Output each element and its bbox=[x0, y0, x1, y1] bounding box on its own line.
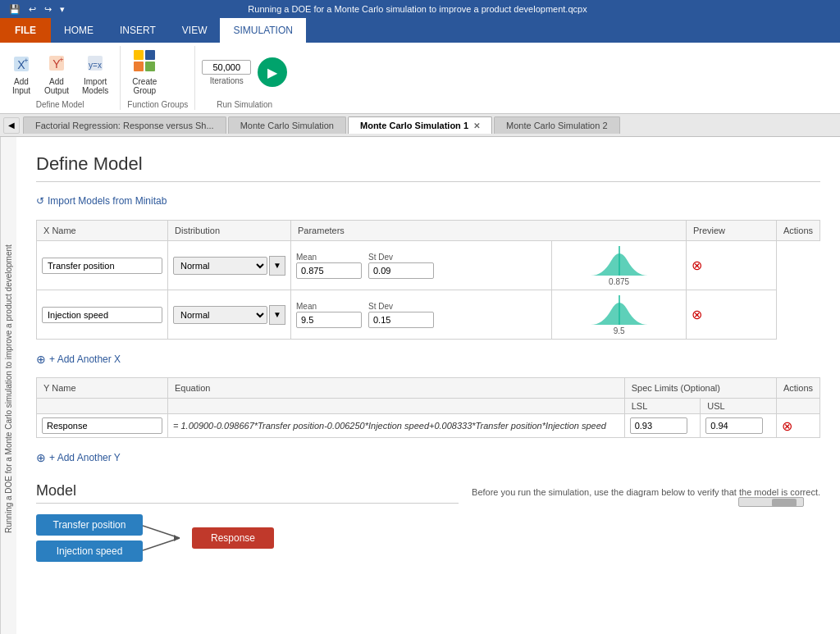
add-input-button[interactable]: X+ AddInput bbox=[7, 52, 36, 98]
tab-nav-left[interactable]: ◀ bbox=[3, 117, 20, 134]
import-models-button[interactable]: y=x ImportModels bbox=[77, 51, 113, 98]
y-actions-cell: ⊗ bbox=[776, 414, 819, 438]
add-output-label: AddOutput bbox=[44, 77, 69, 95]
y-name-header: Y Name bbox=[37, 378, 168, 399]
actions-cell-1: ⊗ bbox=[686, 241, 776, 290]
output-box-response: Response bbox=[192, 527, 274, 549]
import-link-icon: ↺ bbox=[36, 195, 44, 207]
add-another-x-link[interactable]: ⊕ + Add Another X bbox=[36, 353, 121, 366]
tab-factorial-regression[interactable]: Factorial Regression: Response versus Sh… bbox=[23, 116, 226, 134]
delete-x-row-2[interactable]: ⊗ bbox=[692, 307, 702, 322]
spec-limits-header: Spec Limits (Optional) bbox=[624, 378, 776, 399]
stdev-input-2[interactable] bbox=[368, 312, 434, 328]
stdev-label-1: St Dev bbox=[368, 253, 434, 262]
x-name-input-1[interactable] bbox=[42, 258, 162, 274]
tab-file[interactable]: FILE bbox=[0, 18, 51, 43]
equation-text: = 1.00900-0.098667*Transfer position-0.0… bbox=[173, 421, 606, 431]
mean-input-1[interactable] bbox=[296, 262, 362, 279]
svg-rect-8 bbox=[134, 50, 144, 60]
preview-value-2: 9.5 bbox=[614, 326, 625, 335]
usl-input[interactable] bbox=[705, 417, 763, 434]
x-name-input-2[interactable] bbox=[42, 307, 162, 323]
delete-x-row-1[interactable]: ⊗ bbox=[692, 258, 702, 273]
customize-button[interactable]: ▾ bbox=[57, 2, 67, 16]
ribbon-group-function-groups: CreateGroup Function Groups bbox=[121, 46, 195, 110]
tab-simulation[interactable]: SIMULATION bbox=[220, 18, 305, 43]
actions-cell-2: ⊗ bbox=[686, 290, 776, 340]
add-output-button[interactable]: Y+ AddOutput bbox=[39, 51, 74, 98]
delete-y-row[interactable]: ⊗ bbox=[782, 418, 792, 434]
tab-monte-carlo-label: Monte Carlo Simulation bbox=[240, 121, 334, 130]
add-input-label: AddInput bbox=[12, 77, 30, 95]
iterations-group: Iterations bbox=[202, 60, 251, 85]
add-another-y-link[interactable]: ⊕ + Add Another Y bbox=[36, 451, 121, 464]
stdev-input-1[interactable] bbox=[368, 262, 434, 279]
connector-svg bbox=[143, 513, 192, 563]
simulate-button[interactable]: ▶ bbox=[258, 57, 287, 87]
dist-arrow-1[interactable]: ▼ bbox=[269, 256, 285, 276]
lsl-header: LSL bbox=[624, 399, 701, 414]
add-output-icon: Y+ bbox=[48, 54, 66, 75]
y-actions-subheader bbox=[776, 399, 819, 414]
tab-monte-carlo[interactable]: Monte Carlo Simulation bbox=[228, 116, 346, 134]
page-title: Define Model bbox=[36, 153, 820, 182]
svg-text:+: + bbox=[24, 57, 28, 65]
tab-monte-carlo-1-label: Monte Carlo Simulation 1 bbox=[360, 121, 468, 130]
dist-cell-2: Normal Uniform Triangular ▼ bbox=[168, 290, 291, 340]
y-variables-table: Y Name Equation Spec Limits (Optional) A… bbox=[36, 377, 820, 438]
svg-marker-16 bbox=[174, 535, 180, 541]
ribbon-tab-bar: FILE HOME INSERT VIEW SIMULATION bbox=[0, 18, 840, 43]
preview-header: Preview bbox=[686, 221, 776, 241]
mean-label-1: Mean bbox=[296, 253, 362, 262]
sidebar-label: Running a DOE for a Monte Carlo simulati… bbox=[0, 137, 16, 634]
ribbon-group-run-simulation: Iterations ▶ Run Simulation bbox=[195, 46, 294, 110]
save-button[interactable]: 💾 bbox=[7, 2, 23, 16]
x-row-transfer-position: Normal Uniform Triangular ▼ Mean bbox=[37, 241, 820, 290]
dist-cell-1: Normal Uniform Triangular ▼ bbox=[168, 241, 291, 290]
tab-monte-carlo-1[interactable]: Monte Carlo Simulation 1 ✕ bbox=[348, 116, 492, 134]
add-x-icon: ⊕ bbox=[36, 353, 46, 366]
tab-monte-carlo-2[interactable]: Monte Carlo Simulation 2 bbox=[494, 116, 620, 134]
y-name-subheader bbox=[37, 399, 168, 414]
add-input-icon: X+ bbox=[12, 55, 30, 75]
equation-subheader bbox=[168, 399, 625, 414]
import-models-label: ImportModels bbox=[82, 77, 108, 95]
tab-home[interactable]: HOME bbox=[51, 18, 107, 43]
svg-rect-9 bbox=[145, 50, 155, 60]
ribbon-content: X+ AddInput Y+ AddOutput y=x ImportModel… bbox=[0, 43, 840, 113]
mean-label-2: Mean bbox=[296, 302, 362, 311]
tab-insert[interactable]: INSERT bbox=[107, 18, 169, 43]
ribbon-group-function-items: CreateGroup bbox=[127, 46, 188, 98]
create-group-button[interactable]: CreateGroup bbox=[127, 46, 162, 98]
title-bar-left: 💾 ↩ ↪ ▾ bbox=[7, 2, 67, 16]
usl-header: USL bbox=[701, 399, 777, 414]
horizontal-scrollbar[interactable] bbox=[738, 497, 804, 507]
distribution-select-2[interactable]: Normal Uniform Triangular bbox=[173, 306, 267, 324]
create-group-label: CreateGroup bbox=[132, 77, 157, 95]
create-group-icon bbox=[133, 49, 156, 75]
tab-view[interactable]: VIEW bbox=[169, 18, 221, 43]
params-cell-1: Mean St Dev bbox=[291, 241, 552, 290]
tab-monte-carlo-1-close[interactable]: ✕ bbox=[473, 121, 480, 130]
y-name-input[interactable] bbox=[42, 417, 162, 434]
run-simulation-label: Run Simulation bbox=[202, 98, 287, 110]
distribution-select-1[interactable]: Normal Uniform Triangular bbox=[173, 257, 267, 275]
y-name-cell bbox=[37, 414, 168, 438]
actions-header: Actions bbox=[776, 221, 819, 241]
x-name-header: X Name bbox=[37, 221, 168, 241]
dist-arrow-2[interactable]: ▼ bbox=[269, 305, 285, 325]
x-name-cell-1 bbox=[37, 241, 168, 290]
svg-text:y=x: y=x bbox=[89, 61, 102, 70]
bell-curve-1 bbox=[587, 244, 652, 277]
preview-value-1: 0.875 bbox=[609, 277, 629, 286]
undo-button[interactable]: ↩ bbox=[26, 2, 39, 16]
mean-input-2[interactable] bbox=[296, 312, 362, 328]
redo-button[interactable]: ↪ bbox=[42, 2, 54, 16]
import-models-link[interactable]: ↺ Import Models from Minitab bbox=[36, 195, 167, 207]
iterations-input[interactable] bbox=[202, 60, 251, 75]
lsl-input[interactable] bbox=[630, 417, 687, 434]
equation-header: Equation bbox=[168, 378, 625, 399]
model-note: Before you run the simulation, use the d… bbox=[472, 487, 820, 497]
tab-monte-carlo-2-label: Monte Carlo Simulation 2 bbox=[506, 121, 608, 130]
model-connector bbox=[143, 513, 192, 563]
